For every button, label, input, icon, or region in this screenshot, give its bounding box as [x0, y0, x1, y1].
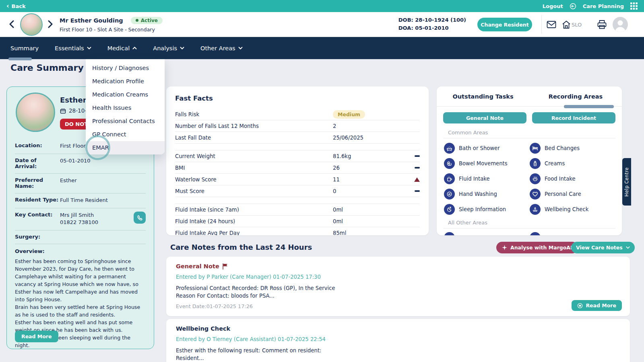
- fact-row-fluid-24h: Fluid Intake (24 hours) 0ml: [175, 216, 420, 227]
- area-item-bed-changes[interactable]: Bed Changes: [530, 143, 615, 154]
- header-divider: [541, 15, 542, 34]
- view-care-notes-button[interactable]: View Care Notes: [571, 242, 635, 253]
- note-read-more-button[interactable]: Read More: [572, 300, 622, 311]
- phone-icon: [137, 215, 143, 221]
- back-button[interactable]: ‹ Back: [6, 3, 26, 9]
- chevron-up-icon: [132, 47, 137, 49]
- note-category: Wellbeing Check: [176, 325, 230, 332]
- bathtub-icon: [444, 143, 455, 154]
- fact-row-last-fall-date: Last Fall Date 25/06/2025: [175, 132, 420, 144]
- nav-item-essentials[interactable]: Essentials: [55, 45, 91, 51]
- sparkle-icon: [502, 245, 507, 250]
- print-icon[interactable]: [597, 20, 607, 29]
- call-key-contact-button[interactable]: [134, 212, 146, 224]
- main-nav: Summary Essentials Medical Analysis Othe…: [0, 37, 644, 59]
- logout-button[interactable]: Logout: [543, 3, 563, 9]
- resident-name: Mr Esther Goulding: [60, 17, 123, 24]
- nav-item-other-areas[interactable]: Other Areas: [200, 45, 243, 51]
- nav-item-analysis[interactable]: Analysis: [153, 45, 184, 51]
- menu-item-medication-creams[interactable]: Medication Creams: [86, 88, 165, 101]
- tab-outstanding-tasks[interactable]: Outstanding Tasks: [437, 86, 529, 107]
- chevron-down-icon: [238, 47, 243, 49]
- note-body: Esther with the following result: Commen…: [176, 347, 361, 362]
- site-home-button[interactable]: SLO: [562, 21, 582, 29]
- fact-row-bmi: BMI 26: [175, 162, 420, 174]
- falls-risk-badge: Medium: [333, 110, 365, 119]
- menu-item-emar[interactable]: EMAR: [86, 141, 165, 154]
- care-notes-title: Care Notes from the Last 24 Hours: [170, 243, 312, 251]
- area-item-hand-washing[interactable]: Hand Washing: [444, 189, 530, 200]
- care-note-general-note: General Note Entered by P Parker (Care M…: [166, 257, 630, 316]
- nav-item-medical[interactable]: Medical: [107, 45, 137, 51]
- wellbeing-icon: [530, 204, 541, 215]
- toilet-roll-icon: [444, 158, 455, 169]
- menu-item-history-diagnoses[interactable]: History / Diagnoses: [86, 62, 165, 75]
- area-item-food-intake[interactable]: Food Intake: [530, 173, 615, 184]
- resident-location: First Floor 10 - Slot A Site - Secondary: [60, 27, 163, 33]
- menu-item-professional-contacts[interactable]: Professional Contacts: [86, 115, 165, 128]
- previous-resident-button[interactable]: [9, 20, 16, 29]
- area-item-bowel-movements[interactable]: Bowel Movements: [444, 158, 530, 169]
- trend-flat-icon: [415, 167, 420, 169]
- common-areas-label: Common Areas: [448, 130, 615, 136]
- record-incident-button[interactable]: Record Incident: [532, 112, 615, 123]
- tab-recording-areas[interactable]: Recording Areas: [529, 86, 622, 107]
- menu-item-medication-profile[interactable]: Medication Profile: [86, 75, 165, 88]
- status-dot-icon: [136, 19, 138, 22]
- logout-icon[interactable]: [570, 3, 576, 10]
- active-tab-indicator: [564, 105, 614, 108]
- dob-text: DOB: 28-10-1924 (100): [398, 16, 466, 24]
- hand-wash-icon: [444, 189, 455, 200]
- overview-label: Overview:: [15, 244, 146, 254]
- overview-read-more-button[interactable]: Read More: [15, 331, 58, 342]
- user-avatar[interactable]: [613, 17, 628, 32]
- general-note-button[interactable]: General Note: [443, 112, 526, 123]
- fact-row-fluid-since-7am: Fluid Intake (since 7am) 0ml: [175, 204, 420, 216]
- all-other-areas-label: All Other Areas: [448, 220, 615, 226]
- menu-item-gp-connect[interactable]: GP Connect: [86, 128, 165, 141]
- mail-icon[interactable]: [547, 21, 556, 29]
- area-item-personal-care[interactable]: Personal Care: [530, 189, 615, 200]
- apps-grid-icon[interactable]: [630, 2, 638, 10]
- trend-up-icon: [414, 177, 420, 182]
- fast-facts-card: Fast Facts Falls Risk Medium Number of F…: [166, 86, 429, 235]
- area-item-fluid-intake[interactable]: Fluid Intake: [444, 173, 530, 184]
- back-label: Back: [12, 3, 26, 9]
- note-entered-by: Entered by P Parker (Care Manager) 01-07…: [176, 274, 620, 280]
- fact-row-waterlow-score: Waterlow Score 11: [175, 174, 420, 185]
- area-item-bath-or-shower[interactable]: Bath or Shower: [444, 143, 530, 154]
- doa-text: DOA: 05-01-2010: [398, 24, 466, 32]
- food-bowl-icon: [530, 173, 541, 184]
- area-item-creams[interactable]: Creams: [530, 158, 615, 169]
- change-resident-button[interactable]: Change Resident: [477, 18, 532, 31]
- analyse-with-margoai-button[interactable]: Analyse with MargoAI: [496, 242, 578, 253]
- next-resident-button[interactable]: [47, 20, 55, 29]
- flag-icon: [223, 263, 228, 269]
- resident-photo: [20, 13, 43, 36]
- section-divider: [443, 228, 615, 228]
- chevron-down-icon: [87, 47, 91, 49]
- menu-item-health-issues[interactable]: Health Issues: [86, 101, 165, 115]
- resident-header: Mr Esther Goulding Active First Floor 10…: [0, 12, 644, 37]
- area-item-clipped[interactable]: [530, 232, 615, 235]
- eye-icon: [577, 303, 583, 309]
- birthday-icon: [60, 108, 66, 114]
- fact-row-fluid-avg: Fluid Intake Avg Per Day 85ml: [175, 227, 420, 235]
- area-item-wellbeing-check[interactable]: Wellbeing Check: [530, 204, 615, 215]
- home-icon: [562, 21, 571, 29]
- field-row-surgery: Surgery:: [15, 230, 146, 244]
- page-title: Care Summary: [10, 63, 84, 73]
- note-body: Professional Contact Recorded: DR Ross (…: [176, 284, 361, 300]
- field-row-date-of-arrival: Date of Arrival: 05-01-2010: [15, 154, 146, 174]
- trend-flat-icon: [415, 155, 420, 157]
- nav-item-summary[interactable]: Summary: [10, 45, 39, 51]
- sleep-moon-icon: [444, 204, 455, 215]
- back-chevron-icon: ‹: [6, 3, 9, 9]
- fact-group-separator: [175, 144, 420, 150]
- heart-icon: [530, 189, 541, 200]
- care-note-wellbeing-check: Wellbeing Check Entered by O Tierney (Ca…: [166, 319, 630, 362]
- help-centre-tab[interactable]: Help Centre: [622, 158, 631, 206]
- area-item-clipped[interactable]: [444, 232, 530, 235]
- fact-group-separator: [175, 197, 420, 204]
- area-item-sleep-information[interactable]: Sleep Information: [444, 204, 530, 215]
